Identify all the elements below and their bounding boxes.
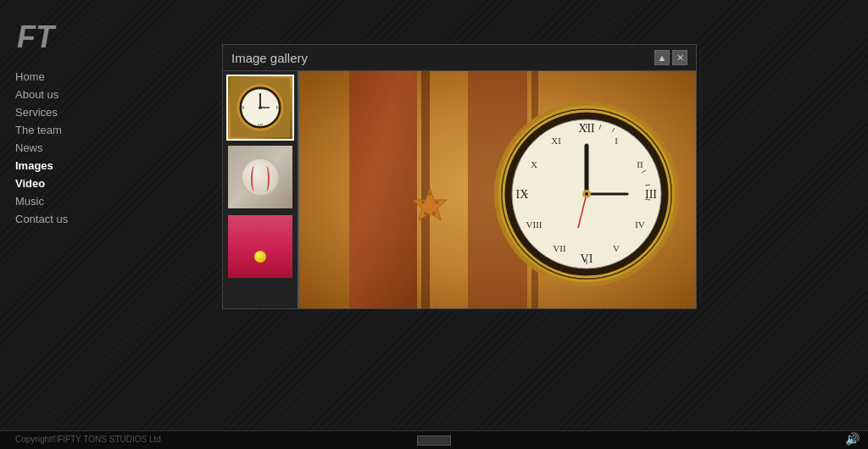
svg-text:XII: XII xyxy=(257,86,264,91)
sidebar-item-news[interactable]: News xyxy=(15,139,134,157)
sidebar-item-about[interactable]: About us xyxy=(15,86,134,103)
svg-point-50 xyxy=(585,192,588,196)
sidebar-item-team[interactable]: The team xyxy=(15,121,134,139)
sidebar-item-contact[interactable]: Contact us xyxy=(15,210,134,228)
svg-text:XI: XI xyxy=(551,136,561,146)
svg-rect-12 xyxy=(349,71,417,308)
thumbnail-item-1[interactable]: XII III VI IX xyxy=(226,75,294,141)
thumbnail-item-3[interactable] xyxy=(226,213,294,280)
thumbnail-item-2[interactable] xyxy=(226,144,294,210)
sidebar-item-video[interactable]: Video xyxy=(15,175,134,192)
sidebar-item-services[interactable]: Services xyxy=(15,103,134,121)
svg-text:V: V xyxy=(613,243,620,253)
sidebar-nav: Home About us Services The team News Ima… xyxy=(15,68,134,228)
sidebar-item-images[interactable]: Images xyxy=(15,157,134,175)
svg-text:VIII: VIII xyxy=(526,219,542,230)
svg-point-10 xyxy=(259,106,262,109)
svg-text:VI: VI xyxy=(258,123,263,128)
svg-text:II: II xyxy=(637,159,643,169)
gallery-close-button[interactable]: ✕ xyxy=(672,50,687,65)
gallery-header: Image gallery ▲ ✕ xyxy=(223,45,696,71)
svg-text:X: X xyxy=(531,159,537,169)
footer-copyright: Copyright©FIFTY TONS STUDIOS Ltd xyxy=(15,435,161,444)
svg-text:III: III xyxy=(275,105,280,110)
logo: FT xyxy=(15,15,75,58)
svg-text:IV: IV xyxy=(635,219,645,230)
svg-text:FT: FT xyxy=(17,19,57,54)
svg-text:I: I xyxy=(615,136,618,146)
gallery-body: XII III VI IX xyxy=(223,71,696,308)
sidebar-item-home[interactable]: Home xyxy=(15,68,134,86)
speaker-icon[interactable]: 🔊 xyxy=(845,432,860,446)
svg-point-19 xyxy=(432,212,436,215)
svg-text:III: III xyxy=(645,188,657,201)
svg-point-17 xyxy=(428,192,431,196)
taskbar-item[interactable] xyxy=(417,435,451,446)
svg-rect-13 xyxy=(421,71,430,308)
svg-point-20 xyxy=(424,212,427,215)
sidebar-item-music[interactable]: Music xyxy=(15,192,134,210)
main-image-display[interactable]: XII III VI IX I II IV V VII VIII X XI xyxy=(299,71,696,308)
svg-text:VII: VII xyxy=(553,243,566,253)
gallery-controls: ▲ ✕ xyxy=(654,50,687,65)
gallery-panel: Image gallery ▲ ✕ XII II xyxy=(222,44,697,309)
svg-point-18 xyxy=(435,201,438,204)
thumbnail-list: XII III VI IX xyxy=(223,71,299,308)
gallery-minimize-button[interactable]: ▲ xyxy=(654,50,670,65)
svg-text:IX: IX xyxy=(240,105,245,110)
gallery-title: Image gallery xyxy=(231,51,308,65)
svg-point-21 xyxy=(421,201,425,204)
